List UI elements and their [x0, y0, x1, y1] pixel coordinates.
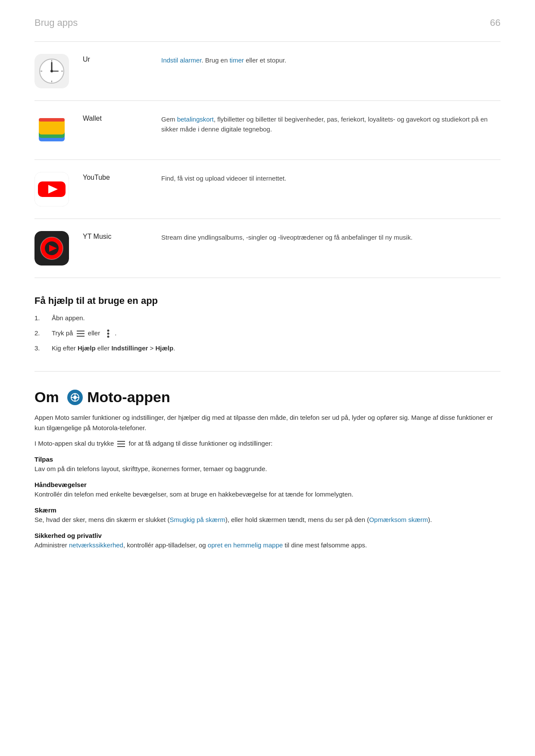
app-name-ur: Ur — [83, 54, 147, 63]
wallet-icon — [34, 113, 69, 147]
svg-point-4 — [50, 70, 53, 72]
moto-sub-tilpas-text: Lav om på din telefons layout, skrifttyp… — [34, 464, 501, 474]
hamburger-icon — [77, 331, 84, 337]
moto-app-icon — [67, 390, 83, 405]
bold-hjaelp-1: Hjælp — [78, 344, 96, 352]
svg-point-27 — [107, 335, 110, 337]
svg-point-25 — [107, 329, 110, 331]
link-opmaerksom[interactable]: Opmærksom skærm — [369, 516, 428, 523]
moto-sub-haand-text: Kontrollér din telefon med enkelte bevæg… — [34, 489, 501, 500]
page-header: Brug apps 66 — [34, 17, 501, 28]
step-text-2: Tryk på eller — [52, 328, 501, 338]
app-desc-ur: Indstil alarmer. Brug en timer eller et … — [161, 54, 501, 66]
moto-sub-skaerm-heading: Skærm — [34, 506, 501, 514]
moto-body-2: I Moto-appen skal du trykke for at få ad… — [34, 438, 501, 449]
moto-sub-sikkerhed-heading: Sikkerhed og privatliv — [34, 532, 501, 539]
svg-rect-13 — [39, 118, 65, 122]
app-name-wallet: Wallet — [83, 113, 147, 122]
link-indstil-alarmer[interactable]: Indstil alarmer — [161, 56, 201, 64]
help-step-3: 3. Kig efter Hjælp eller Indstillinger >… — [34, 344, 501, 353]
link-smugkig[interactable]: Smugkig på skærm — [169, 516, 225, 523]
moto-sub-haand-heading: Håndbevægelser — [34, 481, 501, 488]
dots-icon — [103, 329, 113, 338]
moto-title-app: Moto-appen — [87, 389, 170, 406]
svg-point-29 — [73, 396, 77, 399]
moto-section: Om Moto-appen Appen Moto samler funktion… — [34, 389, 501, 550]
help-step-1: 1. Åbn appen. — [34, 313, 501, 323]
svg-point-26 — [107, 332, 110, 334]
link-netvaerk[interactable]: netværkssikkerhed — [69, 541, 123, 549]
app-name-youtube: YouTube — [83, 172, 147, 181]
moto-title-prefix: Om — [34, 389, 63, 406]
page-container: Brug apps 66 — [34, 17, 501, 550]
page-number: 66 — [490, 17, 501, 28]
app-row-ytmusic: YT Music Stream dine yndlingsalbums, -si… — [34, 219, 501, 278]
step-num-1: 1. — [34, 313, 45, 323]
app-desc-ytmusic: Stream dine yndlingsalbums, -singler og … — [161, 231, 501, 243]
app-row-youtube: YouTube Find, få vist og upload videoer … — [34, 160, 501, 219]
help-section: Få hjælp til at bruge en app 1. Åbn appe… — [34, 295, 501, 372]
link-betalingskort[interactable]: betalingskort — [177, 116, 214, 123]
app-desc-youtube: Find, få vist og upload videoer til inte… — [161, 172, 501, 184]
step-text-3: Kig efter Hjælp eller Indstillinger > Hj… — [52, 344, 501, 353]
page-title: Brug apps — [34, 17, 78, 28]
app-row-ur: Ur Indstil alarmer. Brug en timer eller … — [34, 42, 501, 101]
moto-sub-tilpas-heading: Tilpas — [34, 456, 501, 463]
moto-body-1: Appen Moto samler funktioner og indstill… — [34, 412, 501, 433]
clock-icon — [34, 54, 69, 88]
app-name-ytmusic: YT Music — [83, 231, 147, 241]
step-num-3: 3. — [34, 344, 45, 353]
bold-hjaelp-2: Hjælp — [156, 344, 174, 352]
moto-hamburger-icon — [117, 441, 125, 447]
app-list: Ur Indstil alarmer. Brug en timer eller … — [34, 41, 501, 278]
bold-indstillinger: Indstillinger — [111, 344, 148, 352]
moto-sub-sikkerhed-text: Administrer netværkssikkerhed, kontrollé… — [34, 540, 501, 550]
help-steps-list: 1. Åbn appen. 2. Tryk på eller — [34, 313, 501, 353]
help-step-2: 2. Tryk på eller — [34, 328, 501, 338]
step-text-1: Åbn appen. — [52, 313, 501, 323]
step-num-2: 2. — [34, 328, 45, 338]
app-desc-wallet: Gem betalingskort, flybilletter og bille… — [161, 113, 501, 134]
ytmusic-icon — [34, 231, 69, 266]
link-hemmelig-mappe[interactable]: opret en hemmelig mappe — [208, 541, 283, 549]
app-row-wallet: Wallet Gem betalingskort, flybilletter o… — [34, 101, 501, 160]
help-heading: Få hjælp til at bruge en app — [34, 295, 501, 306]
moto-title: Om Moto-appen — [34, 389, 501, 406]
moto-subsections: Tilpas Lav om på din telefons layout, sk… — [34, 456, 501, 550]
youtube-icon — [34, 172, 69, 206]
link-timer[interactable]: timer — [229, 56, 244, 64]
moto-sub-skaerm-text: Se, hvad der sker, mens din skærm er slu… — [34, 515, 501, 525]
